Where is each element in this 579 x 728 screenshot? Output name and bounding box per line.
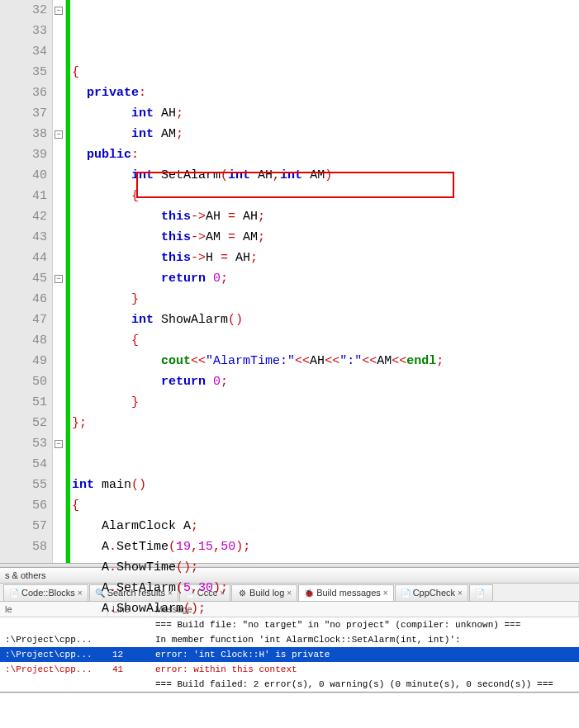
token-op: -> [191,210,206,224]
msg-line: 41 [107,662,150,677]
token-op: { [72,65,79,79]
token-kw: return [161,272,206,286]
code-line[interactable]: { [72,330,579,351]
code-line[interactable]: return 0; [72,268,579,289]
message-row[interactable]: === Build file: "no target" in "no proje… [0,617,579,632]
token-num: 0 [213,272,221,286]
msg-text: error: within this context [150,662,579,677]
token-op: = [228,230,235,244]
code-line[interactable]: public: [72,144,579,165]
code-line[interactable]: this->AM = AM; [72,227,579,248]
code-line[interactable] [72,454,579,475]
code-line[interactable]: } [72,392,579,413]
token-ident: ShowTime [116,560,176,574]
token-op: ; [221,375,228,389]
code-line[interactable] [72,433,579,454]
message-row[interactable]: :\Project\cpp...In member function 'int … [0,632,579,647]
code-line[interactable]: }; [72,413,579,433]
code-line[interactable]: } [72,289,579,310]
token-ident: H [206,251,221,265]
token-ident: AH [250,168,273,182]
token-kw: int [131,313,154,327]
token-op: } [131,292,139,306]
token-ident: AM [377,354,392,368]
token-op: ; [176,127,183,141]
token-ident [72,313,131,327]
code-line[interactable]: A.SetAlarm(5,30); [72,578,579,598]
token-ident [72,375,161,389]
fold-toggle[interactable]: − [55,130,63,139]
code-line[interactable]: private: [72,83,579,103]
code-line[interactable]: A.ShowTime(); [72,557,579,578]
line-number: 52 [0,413,47,433]
code-line[interactable]: return 0; [72,371,579,392]
msg-file: :\Project\cpp... [0,647,107,662]
token-op: . [109,581,116,595]
token-kw: private [87,86,139,100]
line-number: 42 [0,206,47,227]
token-ident [72,251,161,265]
token-ident: A [72,581,109,595]
token-ident [72,292,131,306]
token-op: () [228,313,243,327]
message-row[interactable]: :\Project\cpp...12error: 'int Clock::H' … [0,647,579,662]
token-ident: main [94,478,131,492]
messages-body[interactable]: === Build file: "no target" in "no proje… [0,617,579,692]
fold-toggle[interactable]: − [55,440,63,448]
token-op: { [72,499,79,513]
token-op: -> [191,230,206,244]
code-line[interactable]: A.SetTime(19,15,50); [72,537,579,557]
fold-toggle[interactable]: − [55,275,63,283]
code-line[interactable]: this->H = AH; [72,248,579,268]
token-op: ; [221,272,228,286]
token-ident [72,333,131,347]
token-kw: int [72,478,94,492]
fold-column[interactable]: −−−− [53,0,66,563]
token-num: 15 [198,540,213,554]
token-ident [206,375,213,389]
code-line[interactable]: AlarmClock A; [72,516,579,537]
token-op: { [131,333,139,347]
token-kw: int [131,106,154,121]
token-op: ; [250,251,258,265]
code-editor[interactable]: 3233343536373839404142434445464748495051… [0,0,579,563]
token-op: } [131,395,139,409]
msg-line [107,677,150,692]
code-line[interactable]: cout<<"AlarmTime:"<<AH<<":"<<AM<<endl; [72,351,579,371]
token-ident [72,354,161,368]
token-ident [72,127,131,141]
msg-line [107,632,150,647]
code-line[interactable]: { [72,495,579,516]
message-row[interactable]: === Build failed: 2 error(s), 0 warning(… [0,677,579,692]
token-endl: endl [406,354,436,368]
token-ident [72,148,87,162]
token-str: ":" [339,354,362,368]
code-line[interactable]: int AH; [72,103,579,124]
token-op: ( [176,581,183,595]
token-kw: this [161,230,191,244]
token-op: << [191,354,206,368]
token-ident: AH [206,210,228,224]
code-line[interactable]: this->AH = AH; [72,206,579,227]
code-line[interactable]: int ShowAlarm() [72,310,579,330]
msg-text: error: 'int Clock::H' is private [150,647,579,662]
code-line[interactable]: int SetAlarm(int AH,int AM) [72,165,579,186]
code-line[interactable]: { [72,186,579,206]
fold-toggle[interactable]: − [55,7,63,15]
token-op: ( [221,168,228,182]
code-line[interactable]: int main() [72,475,579,495]
line-number: 35 [0,62,47,83]
code-line[interactable]: { [72,62,579,83]
line-number: 49 [0,351,47,371]
code-line[interactable]: A.ShowAlarm(); [72,598,579,619]
code-line[interactable]: int AM; [72,124,579,144]
token-op: : [139,86,146,100]
token-ident: SetAlarm [116,581,176,595]
line-number: 55 [0,475,47,495]
code-content[interactable]: { private: int AH; int AM; public: int S… [70,0,579,563]
token-ident: AM [302,168,325,182]
token-ident: A [72,602,109,616]
line-number: 43 [0,227,47,248]
token-op: , [191,581,198,595]
message-row[interactable]: :\Project\cpp...41error: within this con… [0,662,579,677]
